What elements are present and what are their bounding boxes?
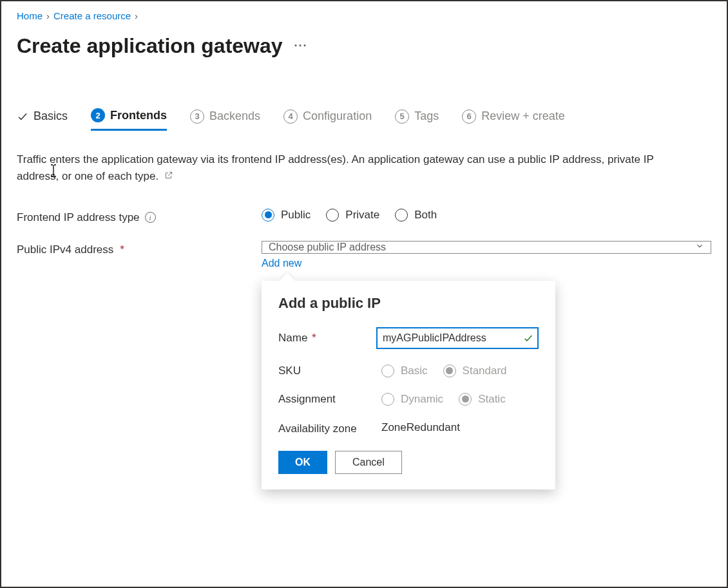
tab-tags[interactable]: 5 Tags xyxy=(395,109,439,130)
radio-assign-dynamic: Dynamic xyxy=(381,393,443,406)
radio-sku-standard: Standard xyxy=(443,365,507,377)
popover-row-az: Availability zone ZoneRedundant xyxy=(278,421,539,435)
tab-label: Configuration xyxy=(303,109,372,123)
popover-buttons: OK Cancel xyxy=(278,451,539,474)
assignment-radios: Dynamic Static xyxy=(381,393,506,406)
row-public-ipv4: Public IPv4 address * Choose public IP a… xyxy=(17,241,711,269)
tab-backends[interactable]: 3 Backends xyxy=(190,109,260,130)
name-label: Name * xyxy=(278,332,376,345)
tab-review-create[interactable]: 6 Review + create xyxy=(462,109,565,130)
sku-label: SKU xyxy=(278,365,381,377)
radio-label: Dynamic xyxy=(401,393,443,406)
page-title-row: Create application gateway ··· xyxy=(17,34,711,58)
public-ip-dropdown[interactable]: Choose public IP address xyxy=(262,241,711,254)
dropdown-placeholder: Choose public IP address xyxy=(269,242,386,253)
more-actions-icon[interactable]: ··· xyxy=(294,39,308,53)
tab-label: Basics xyxy=(34,109,68,123)
radio-circle-icon xyxy=(459,393,472,406)
required-asterisk: * xyxy=(312,332,316,344)
public-ipv4-label: Public IPv4 address * xyxy=(17,241,262,256)
assignment-label: Assignment xyxy=(278,393,381,406)
tab-basics[interactable]: Basics xyxy=(17,109,68,129)
frontend-ip-type-label: Frontend IP address type i xyxy=(17,209,262,224)
add-public-ip-popover: Add a public IP Name * SKU xyxy=(262,281,555,489)
radio-label: Both xyxy=(414,209,437,222)
radio-assign-static: Static xyxy=(459,393,506,406)
ok-button[interactable]: OK xyxy=(278,451,327,474)
sku-radios: Basic Standard xyxy=(381,365,507,377)
radio-circle-icon xyxy=(395,209,408,222)
step-number-icon: 3 xyxy=(190,109,204,124)
radio-circle-icon xyxy=(381,393,394,406)
tab-label: Tags xyxy=(414,109,439,123)
radio-label: Standard xyxy=(463,365,507,377)
tab-label: Backends xyxy=(209,109,260,123)
frontend-ip-type-radios: Public Private Both xyxy=(262,209,437,222)
row-frontend-ip-type: Frontend IP address type i Public Privat… xyxy=(17,209,711,224)
check-icon xyxy=(17,111,28,122)
tab-frontends[interactable]: 2 Frontends xyxy=(91,108,167,131)
step-number-icon: 6 xyxy=(462,109,476,124)
chevron-right-icon: › xyxy=(46,10,50,21)
radio-label: Private xyxy=(345,209,379,222)
radio-public[interactable]: Public xyxy=(262,209,311,222)
chevron-down-icon xyxy=(695,242,704,253)
radio-label: Static xyxy=(478,393,506,406)
public-ipv4-field: Choose public IP address Add new Add a p… xyxy=(262,241,711,269)
info-icon[interactable]: i xyxy=(145,212,156,223)
description-text: Traffic enters the application gateway v… xyxy=(17,151,693,185)
label-text: Name xyxy=(278,332,307,344)
tab-configuration[interactable]: 4 Configuration xyxy=(283,109,372,130)
cancel-button[interactable]: Cancel xyxy=(335,451,402,474)
label-text: Frontend IP address type xyxy=(17,211,140,224)
step-number-icon: 5 xyxy=(395,109,409,124)
label-text: Public IPv4 address xyxy=(17,243,113,256)
wizard-tabs: Basics 2 Frontends 3 Backends 4 Configur… xyxy=(17,108,711,131)
breadcrumb-home[interactable]: Home xyxy=(17,10,43,21)
radio-circle-icon xyxy=(381,365,394,377)
breadcrumb: Home › Create a resource › xyxy=(17,10,711,21)
radio-private[interactable]: Private xyxy=(326,209,379,222)
tab-label: Frontends xyxy=(110,109,167,122)
radio-circle-icon xyxy=(443,365,456,377)
chevron-right-icon: › xyxy=(135,10,138,21)
radio-circle-icon xyxy=(262,209,274,222)
popover-title: Add a public IP xyxy=(278,295,539,312)
radio-label: Public xyxy=(281,209,311,222)
page-title: Create application gateway xyxy=(17,34,283,58)
external-link-icon[interactable] xyxy=(164,168,173,185)
az-label: Availability zone xyxy=(278,421,381,435)
breadcrumb-create-resource[interactable]: Create a resource xyxy=(53,10,131,21)
popover-row-sku: SKU Basic Standard xyxy=(278,365,539,377)
description-content: Traffic enters the application gateway v… xyxy=(17,153,653,182)
add-new-link[interactable]: Add new xyxy=(262,258,711,269)
radio-sku-basic: Basic xyxy=(381,365,428,377)
step-number-icon: 2 xyxy=(91,108,105,122)
az-value: ZoneRedundant xyxy=(381,421,460,434)
popover-row-assignment: Assignment Dynamic Static xyxy=(278,393,539,406)
tab-label: Review + create xyxy=(481,109,565,123)
valid-check-icon xyxy=(523,333,533,343)
name-input[interactable] xyxy=(376,327,539,349)
radio-circle-icon xyxy=(326,209,339,222)
required-asterisk: * xyxy=(120,243,124,256)
name-input-wrap xyxy=(376,327,539,349)
popover-row-name: Name * xyxy=(278,327,539,349)
radio-label: Basic xyxy=(401,365,428,377)
form: Frontend IP address type i Public Privat… xyxy=(17,209,711,269)
step-number-icon: 4 xyxy=(283,109,298,124)
radio-both[interactable]: Both xyxy=(395,209,437,222)
